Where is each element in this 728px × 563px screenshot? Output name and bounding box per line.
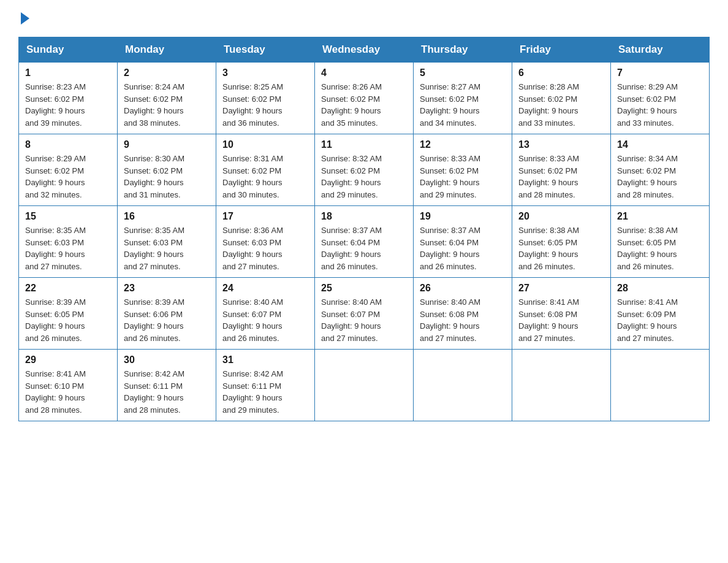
calendar-cell: 29 Sunrise: 8:41 AM Sunset: 6:10 PM Dayl… [19, 350, 118, 421]
calendar-cell: 25 Sunrise: 8:40 AM Sunset: 6:07 PM Dayl… [315, 278, 414, 350]
day-number: 16 [124, 211, 210, 222]
day-number: 18 [321, 211, 407, 222]
day-number: 4 [321, 67, 407, 79]
day-number: 10 [222, 139, 308, 150]
calendar-cell: 5 Sunrise: 8:27 AM Sunset: 6:02 PM Dayli… [414, 63, 512, 134]
calendar-table: Sunday Monday Tuesday Wednesday Thursday… [18, 37, 710, 421]
day-info: Sunrise: 8:35 AM Sunset: 6:03 PM Dayligh… [124, 224, 210, 272]
calendar-cell: 14 Sunrise: 8:34 AM Sunset: 6:02 PM Dayl… [611, 134, 710, 206]
calendar-cell: 4 Sunrise: 8:26 AM Sunset: 6:02 PM Dayli… [315, 63, 414, 134]
calendar-cell: 3 Sunrise: 8:25 AM Sunset: 6:02 PM Dayli… [216, 63, 315, 134]
day-info: Sunrise: 8:29 AM Sunset: 6:02 PM Dayligh… [25, 153, 111, 201]
day-number: 26 [420, 283, 506, 294]
calendar-cell: 26 Sunrise: 8:40 AM Sunset: 6:08 PM Dayl… [414, 278, 512, 350]
day-number: 11 [321, 139, 407, 150]
day-info: Sunrise: 8:36 AM Sunset: 6:03 PM Dayligh… [222, 224, 308, 272]
day-info: Sunrise: 8:34 AM Sunset: 6:02 PM Dayligh… [617, 153, 703, 201]
day-info: Sunrise: 8:39 AM Sunset: 6:06 PM Dayligh… [124, 296, 210, 344]
day-info: Sunrise: 8:42 AM Sunset: 6:11 PM Dayligh… [222, 368, 308, 416]
day-info: Sunrise: 8:24 AM Sunset: 6:02 PM Dayligh… [124, 81, 210, 129]
day-number: 15 [25, 211, 111, 222]
header-thursday: Thursday [414, 37, 512, 63]
day-number: 9 [124, 139, 210, 150]
calendar-cell: 16 Sunrise: 8:35 AM Sunset: 6:03 PM Dayl… [118, 206, 216, 278]
calendar-week-2: 8 Sunrise: 8:29 AM Sunset: 6:02 PM Dayli… [19, 134, 710, 206]
calendar-cell: 13 Sunrise: 8:33 AM Sunset: 6:02 PM Dayl… [512, 134, 611, 206]
weekday-row: Sunday Monday Tuesday Wednesday Thursday… [19, 37, 710, 63]
day-info: Sunrise: 8:40 AM Sunset: 6:07 PM Dayligh… [321, 296, 407, 344]
day-info: Sunrise: 8:37 AM Sunset: 6:04 PM Dayligh… [420, 224, 506, 272]
page-header [18, 12, 710, 25]
logo [18, 12, 29, 25]
calendar-cell: 31 Sunrise: 8:42 AM Sunset: 6:11 PM Dayl… [216, 350, 315, 421]
day-number: 5 [420, 67, 506, 79]
calendar-week-3: 15 Sunrise: 8:35 AM Sunset: 6:03 PM Dayl… [19, 206, 710, 278]
day-info: Sunrise: 8:41 AM Sunset: 6:09 PM Dayligh… [617, 296, 703, 344]
day-info: Sunrise: 8:40 AM Sunset: 6:08 PM Dayligh… [420, 296, 506, 344]
day-number: 17 [222, 211, 308, 222]
day-info: Sunrise: 8:30 AM Sunset: 6:02 PM Dayligh… [124, 153, 210, 201]
day-info: Sunrise: 8:27 AM Sunset: 6:02 PM Dayligh… [420, 81, 506, 129]
calendar-cell: 20 Sunrise: 8:38 AM Sunset: 6:05 PM Dayl… [512, 206, 611, 278]
day-info: Sunrise: 8:38 AM Sunset: 6:05 PM Dayligh… [518, 224, 604, 272]
day-number: 20 [518, 211, 604, 222]
day-number: 3 [222, 67, 308, 79]
calendar-cell [315, 350, 414, 421]
day-info: Sunrise: 8:42 AM Sunset: 6:11 PM Dayligh… [124, 368, 210, 416]
calendar-cell [512, 350, 611, 421]
day-info: Sunrise: 8:31 AM Sunset: 6:02 PM Dayligh… [222, 153, 308, 201]
calendar-cell: 28 Sunrise: 8:41 AM Sunset: 6:09 PM Dayl… [611, 278, 710, 350]
calendar-cell: 30 Sunrise: 8:42 AM Sunset: 6:11 PM Dayl… [118, 350, 216, 421]
calendar-cell: 9 Sunrise: 8:30 AM Sunset: 6:02 PM Dayli… [118, 134, 216, 206]
day-number: 30 [124, 354, 210, 366]
calendar-cell: 27 Sunrise: 8:41 AM Sunset: 6:08 PM Dayl… [512, 278, 611, 350]
header-monday: Monday [118, 37, 216, 63]
day-info: Sunrise: 8:35 AM Sunset: 6:03 PM Dayligh… [25, 224, 111, 272]
day-number: 22 [25, 283, 111, 294]
day-number: 21 [617, 211, 703, 222]
calendar-cell: 11 Sunrise: 8:32 AM Sunset: 6:02 PM Dayl… [315, 134, 414, 206]
day-info: Sunrise: 8:25 AM Sunset: 6:02 PM Dayligh… [222, 81, 308, 129]
calendar-header: Sunday Monday Tuesday Wednesday Thursday… [19, 37, 710, 63]
day-info: Sunrise: 8:28 AM Sunset: 6:02 PM Dayligh… [518, 81, 604, 129]
calendar-cell: 8 Sunrise: 8:29 AM Sunset: 6:02 PM Dayli… [19, 134, 118, 206]
day-number: 2 [124, 67, 210, 79]
calendar-cell: 2 Sunrise: 8:24 AM Sunset: 6:02 PM Dayli… [118, 63, 216, 134]
header-tuesday: Tuesday [216, 37, 315, 63]
calendar-cell [414, 350, 512, 421]
calendar-cell: 1 Sunrise: 8:23 AM Sunset: 6:02 PM Dayli… [19, 63, 118, 134]
day-info: Sunrise: 8:26 AM Sunset: 6:02 PM Dayligh… [321, 81, 407, 129]
day-number: 8 [25, 139, 111, 150]
day-number: 25 [321, 283, 407, 294]
calendar-cell: 24 Sunrise: 8:40 AM Sunset: 6:07 PM Dayl… [216, 278, 315, 350]
header-wednesday: Wednesday [315, 37, 414, 63]
day-number: 28 [617, 283, 703, 294]
day-number: 23 [124, 283, 210, 294]
day-number: 24 [222, 283, 308, 294]
day-info: Sunrise: 8:32 AM Sunset: 6:02 PM Dayligh… [321, 153, 407, 201]
day-number: 29 [25, 354, 111, 366]
day-info: Sunrise: 8:41 AM Sunset: 6:08 PM Dayligh… [518, 296, 604, 344]
calendar-cell: 17 Sunrise: 8:36 AM Sunset: 6:03 PM Dayl… [216, 206, 315, 278]
day-number: 13 [518, 139, 604, 150]
day-info: Sunrise: 8:40 AM Sunset: 6:07 PM Dayligh… [222, 296, 308, 344]
day-number: 1 [25, 67, 111, 79]
day-number: 31 [222, 354, 308, 366]
header-sunday: Sunday [19, 37, 118, 63]
day-number: 19 [420, 211, 506, 222]
day-info: Sunrise: 8:29 AM Sunset: 6:02 PM Dayligh… [617, 81, 703, 129]
header-saturday: Saturday [611, 37, 710, 63]
day-info: Sunrise: 8:39 AM Sunset: 6:05 PM Dayligh… [25, 296, 111, 344]
day-info: Sunrise: 8:33 AM Sunset: 6:02 PM Dayligh… [420, 153, 506, 201]
day-info: Sunrise: 8:41 AM Sunset: 6:10 PM Dayligh… [25, 368, 111, 416]
calendar-week-5: 29 Sunrise: 8:41 AM Sunset: 6:10 PM Dayl… [19, 350, 710, 421]
header-friday: Friday [512, 37, 611, 63]
calendar-cell: 6 Sunrise: 8:28 AM Sunset: 6:02 PM Dayli… [512, 63, 611, 134]
day-info: Sunrise: 8:38 AM Sunset: 6:05 PM Dayligh… [617, 224, 703, 272]
calendar-cell: 12 Sunrise: 8:33 AM Sunset: 6:02 PM Dayl… [414, 134, 512, 206]
day-info: Sunrise: 8:33 AM Sunset: 6:02 PM Dayligh… [518, 153, 604, 201]
calendar-cell: 7 Sunrise: 8:29 AM Sunset: 6:02 PM Dayli… [611, 63, 710, 134]
day-info: Sunrise: 8:37 AM Sunset: 6:04 PM Dayligh… [321, 224, 407, 272]
calendar-cell: 19 Sunrise: 8:37 AM Sunset: 6:04 PM Dayl… [414, 206, 512, 278]
calendar-cell [611, 350, 710, 421]
